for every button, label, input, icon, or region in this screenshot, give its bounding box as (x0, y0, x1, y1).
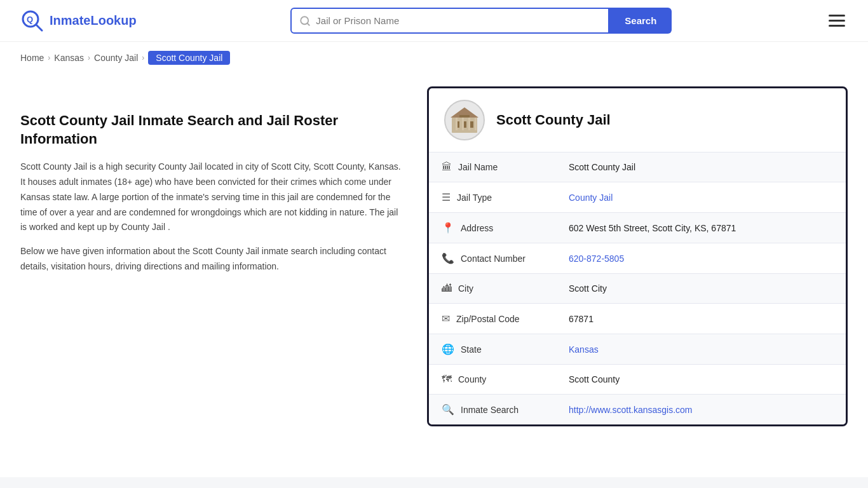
breadcrumb-kansas[interactable]: Kansas (54, 53, 84, 63)
svg-rect-14 (475, 118, 477, 130)
row-label: 🏙City (429, 274, 556, 304)
breadcrumb-active: Scott County Jail (148, 51, 230, 65)
row-icon: ✉ (442, 313, 450, 325)
row-link[interactable]: 620-872-5805 (569, 254, 624, 264)
search-input-wrapper (290, 8, 609, 34)
svg-rect-13 (468, 118, 470, 130)
row-icon: 🔍 (442, 403, 454, 416)
svg-line-4 (308, 23, 309, 25)
row-value[interactable]: County Jail (556, 182, 846, 213)
info-card: Scott County Jail 🏛Jail NameScott County… (427, 86, 848, 426)
row-label-text: City (458, 283, 473, 294)
table-row: 🌐StateKansas (429, 334, 846, 365)
row-value: Scott City (556, 274, 846, 304)
breadcrumb-home[interactable]: Home (20, 53, 44, 63)
main-content: Scott County Jail Inmate Search and Jail… (0, 74, 868, 452)
logo[interactable]: Q InmateLookup (20, 9, 137, 33)
row-label-text: Inmate Search (461, 405, 519, 415)
table-row: ✉Zip/Postal Code67871 (429, 304, 846, 334)
table-row: 🗺CountyScott County (429, 365, 846, 395)
row-label: 📞Contact Number (429, 243, 556, 274)
svg-rect-10 (459, 115, 470, 118)
info-card-title: Scott County Jail (496, 112, 611, 128)
row-icon: 🗺 (442, 374, 452, 385)
right-column: Scott County Jail 🏛Jail NameScott County… (427, 86, 848, 426)
row-label-text: State (461, 344, 482, 355)
row-label: 📍Address (429, 213, 556, 243)
row-link[interactable]: http://www.scott.kansasgis.com (569, 405, 693, 415)
row-label-text: Zip/Postal Code (456, 314, 520, 324)
search-bar: Search (290, 8, 672, 34)
row-label-text: Address (461, 223, 493, 233)
hamburger-line-3 (829, 25, 845, 27)
info-table: 🏛Jail NameScott County Jail☰Jail TypeCou… (429, 152, 846, 424)
row-label-text: Jail Name (458, 162, 498, 172)
left-column: Scott County Jail Inmate Search and Jail… (20, 86, 427, 426)
breadcrumb-county-jail[interactable]: County Jail (94, 53, 138, 63)
row-icon: 📍 (442, 222, 454, 234)
page-heading: Scott County Jail Inmate Search and Jail… (20, 112, 402, 148)
svg-text:Q: Q (27, 15, 33, 24)
breadcrumb-sep-1: › (48, 53, 50, 62)
row-link[interactable]: County Jail (569, 193, 613, 203)
hamburger-line-1 (829, 15, 845, 17)
row-label-text: Contact Number (461, 254, 526, 264)
row-label: ✉Zip/Postal Code (429, 304, 556, 334)
svg-rect-11 (456, 118, 458, 130)
hamburger-menu[interactable] (826, 12, 848, 29)
row-icon: 🏙 (442, 283, 452, 294)
svg-rect-12 (462, 118, 464, 130)
table-row: 🔍Inmate Searchhttp://www.scott.kansasgis… (429, 395, 846, 425)
row-label: 🔍Inmate Search (429, 395, 556, 425)
table-row: ☰Jail TypeCounty Jail (429, 182, 846, 213)
row-icon: 🏛 (442, 161, 452, 173)
description-para-1: Scott County Jail is a high security Cou… (20, 159, 402, 235)
search-button[interactable]: Search (609, 8, 672, 34)
table-row: 📍Address602 West 5th Street, Scott City,… (429, 213, 846, 243)
row-value[interactable]: http://www.scott.kansasgis.com (556, 395, 846, 425)
header: Q InmateLookup Search (0, 0, 868, 42)
row-value[interactable]: 620-872-5805 (556, 243, 846, 274)
table-row: 🏙CityScott City (429, 274, 846, 304)
breadcrumb-sep-3: › (142, 53, 144, 62)
row-icon: 🌐 (442, 343, 454, 355)
row-label: 🗺County (429, 365, 556, 395)
info-card-header: Scott County Jail (429, 88, 846, 152)
courthouse-icon (449, 105, 480, 135)
table-row: 📞Contact Number620-872-5805 (429, 243, 846, 274)
row-value[interactable]: Kansas (556, 334, 846, 365)
jail-avatar (444, 100, 485, 140)
row-value: 67871 (556, 304, 846, 334)
table-row: 🏛Jail NameScott County Jail (429, 152, 846, 182)
search-icon (299, 15, 311, 27)
row-label: 🏛Jail Name (429, 152, 556, 182)
row-link[interactable]: Kansas (569, 344, 599, 355)
row-value: Scott County Jail (556, 152, 846, 182)
breadcrumb: Home › Kansas › County Jail › Scott Coun… (0, 42, 868, 74)
row-value: Scott County (556, 365, 846, 395)
logo-text: InmateLookup (50, 13, 137, 28)
row-value: 602 West 5th Street, Scott City, KS, 678… (556, 213, 846, 243)
row-icon: 📞 (442, 252, 454, 264)
description-para-2: Below we have given information about th… (20, 244, 402, 274)
row-icon: ☰ (442, 191, 451, 203)
logo-icon: Q (20, 9, 44, 33)
breadcrumb-sep-2: › (88, 53, 90, 62)
hamburger-line-2 (829, 20, 845, 22)
row-label-text: County (458, 374, 486, 384)
svg-line-1 (36, 25, 42, 30)
row-label: ☰Jail Type (429, 182, 556, 213)
row-label-text: Jail Type (457, 193, 492, 203)
row-label: 🌐State (429, 334, 556, 365)
footer-bar (0, 477, 868, 488)
search-input[interactable] (316, 9, 600, 32)
